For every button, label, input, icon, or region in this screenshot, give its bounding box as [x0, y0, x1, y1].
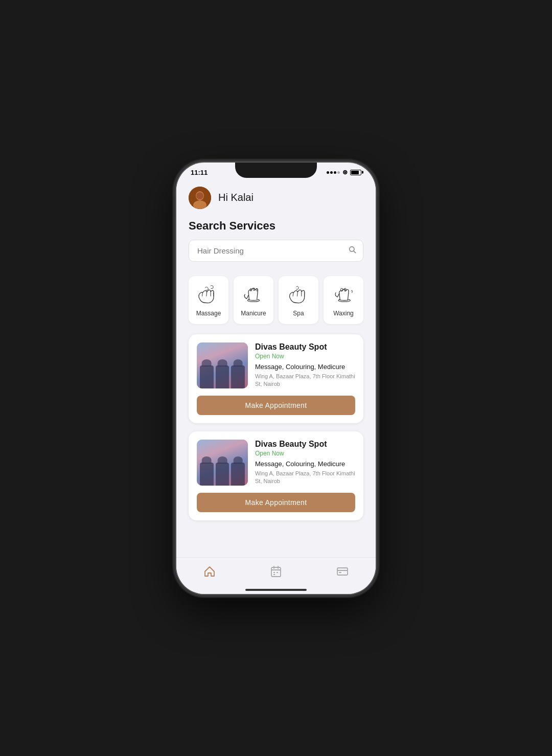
nav-home[interactable] — [203, 565, 216, 578]
business-name-2: Divas Beauty Spot — [255, 440, 355, 449]
card-1-image — [197, 342, 248, 388]
category-massage[interactable]: Massage — [189, 276, 228, 324]
home-indicator — [245, 589, 307, 591]
svg-rect-17 — [273, 574, 275, 575]
address-1: Wing A, Bazaar Plaza, 7th Floor Kimathi … — [255, 373, 355, 388]
business-name-1: Divas Beauty Spot — [255, 342, 355, 352]
svg-line-5 — [354, 251, 356, 253]
service-card-1: Divas Beauty Spot Open Now Message, Colo… — [189, 334, 363, 423]
card-icon — [336, 565, 349, 578]
appointment-button-1[interactable]: Make Appointment — [197, 396, 355, 415]
category-spa[interactable]: Spa — [279, 276, 318, 324]
phone-notch — [235, 163, 317, 178]
manicure-icon — [241, 283, 266, 306]
svg-rect-11 — [271, 567, 281, 577]
svg-point-3 — [196, 192, 203, 199]
header-section: Hi Kalai Search Services — [176, 178, 376, 276]
card-1-top: Divas Beauty Spot Open Now Message, Colo… — [197, 342, 355, 388]
service-card-2: Divas Beauty Spot Open Now Message, Colo… — [189, 431, 363, 520]
search-input[interactable] — [189, 240, 363, 262]
card-2-image — [197, 440, 248, 486]
nav-calendar[interactable] — [270, 565, 282, 578]
card-2-info: Divas Beauty Spot Open Now Message, Colo… — [255, 440, 355, 486]
card-1-info: Divas Beauty Spot Open Now Message, Colo… — [255, 342, 355, 388]
card-2-top: Divas Beauty Spot Open Now Message, Colo… — [197, 440, 355, 486]
avatar — [189, 187, 211, 209]
user-greeting: Hi Kalai — [189, 187, 363, 209]
category-label-waxing: Waxing — [333, 310, 354, 317]
appointment-button-2[interactable]: Make Appointment — [197, 493, 355, 512]
signal-icon — [327, 171, 340, 174]
calendar-icon — [270, 565, 282, 578]
massage-icon — [196, 283, 221, 306]
status-icons: ⊛ — [327, 169, 361, 176]
nav-card[interactable] — [336, 565, 349, 578]
time-display: 11:11 — [191, 169, 208, 176]
categories-grid: Massage Manicure — [176, 276, 376, 324]
category-label-spa: Spa — [293, 310, 304, 317]
services-list-1: Message, Colouring, Medicure — [255, 363, 355, 371]
waxing-icon — [331, 283, 356, 306]
category-waxing[interactable]: Waxing — [324, 276, 363, 324]
search-container[interactable] — [189, 240, 363, 262]
open-status-2: Open Now — [255, 450, 355, 457]
open-status-1: Open Now — [255, 353, 355, 360]
svg-rect-15 — [273, 572, 275, 573]
category-manicure[interactable]: Manicure — [234, 276, 273, 324]
search-icon — [348, 245, 356, 256]
wifi-icon: ⊛ — [342, 169, 348, 176]
svg-rect-16 — [277, 572, 278, 573]
category-label-massage: Massage — [196, 310, 221, 317]
service-cards-list: Divas Beauty Spot Open Now Message, Colo… — [176, 334, 376, 520]
svg-rect-20 — [339, 572, 341, 573]
greeting-text: Hi Kalai — [218, 192, 254, 203]
spa-icon — [286, 283, 311, 306]
address-2: Wing A, Bazaar Plaza, 7th Floor Kimathi … — [255, 470, 355, 486]
home-icon — [203, 565, 216, 578]
battery-icon — [350, 170, 361, 175]
search-section: Search Services — [189, 219, 363, 262]
svg-rect-18 — [337, 568, 348, 575]
services-list-2: Message, Colouring, Medicure — [255, 460, 355, 468]
category-label-manicure: Manicure — [241, 310, 266, 317]
phone-frame: 11:11 ⊛ — [176, 163, 376, 594]
search-title: Search Services — [189, 219, 363, 233]
main-content: Hi Kalai Search Services — [176, 178, 376, 587]
